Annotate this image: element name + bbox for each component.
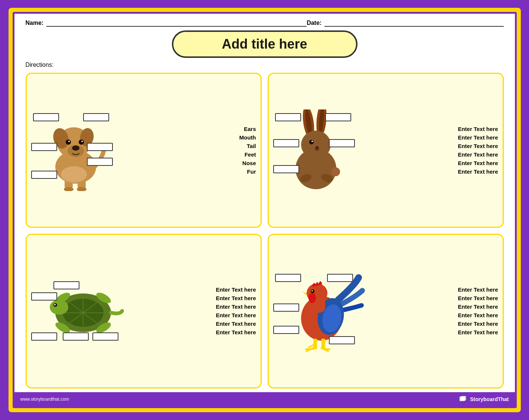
rooster-card: Enter Text here Enter Text here Enter Te… [268,234,504,389]
name-section: Name: [26,19,307,27]
rabbit-label-row-4: Enter Text here [381,151,498,158]
svg-point-20 [301,131,331,159]
rabbit-label-3[interactable] [273,139,299,147]
turtle-label-3[interactable] [31,332,57,341]
rabbit-part-1: Enter Text here [454,126,498,132]
rabbit-image-area [273,109,377,191]
turtle-label-row-4: Enter Text here [139,312,256,318]
rabbit-part-6: Enter Text here [454,168,498,175]
dog-label-row-1: Ears [139,126,256,132]
rabbit-part-5: Enter Text here [454,160,498,166]
rooster-label-1[interactable] [275,274,301,282]
turtle-part-2: Enter Text here [212,295,256,301]
svg-point-7 [79,140,84,145]
turtle-labels-area: Enter Text here Enter Text here Enter Te… [135,285,256,337]
svg-point-6 [66,140,71,145]
outer-border: Name: Date: Add title here Directions: [9,8,521,412]
dog-label-2[interactable] [83,113,109,121]
dog-part-4: Feet [212,151,256,158]
svg-point-26 [331,167,340,176]
rooster-label-row-2: Enter Text here [381,295,498,301]
rabbit-label-2[interactable] [325,113,351,121]
turtle-label-5[interactable] [92,332,118,341]
rabbit-label-row-6: Enter Text here [381,168,498,175]
turtle-label-row-3: Enter Text here [139,303,256,310]
turtle-card: Enter Text here Enter Text here Enter Te… [26,234,262,389]
rooster-part-3: Enter Text here [454,303,498,310]
svg-rect-52 [460,396,466,401]
turtle-label-1[interactable] [53,281,79,289]
rooster-label-2[interactable] [327,274,353,282]
dog-label-row-3: Tail [139,143,256,149]
rabbit-label-row-5: Enter Text here [381,160,498,166]
rabbit-label-5[interactable] [273,165,299,173]
turtle-label-row-5: Enter Text here [139,321,256,327]
svg-point-5 [72,145,79,151]
date-label: Date: [307,20,321,26]
turtle-label-row-2: Enter Text here [139,295,256,301]
rooster-part-6: Enter Text here [454,329,498,335]
rooster-part-5: Enter Text here [454,321,498,327]
rabbit-label-row-3: Enter Text here [381,143,498,149]
dog-part-3: Tail [212,143,256,149]
turtle-label-2[interactable] [31,292,57,301]
dog-part-5: Nose [212,160,256,166]
dog-label-6[interactable] [31,171,57,179]
rabbit-label-4[interactable] [329,139,355,147]
dog-image-area [31,109,135,191]
main-content: Name: Date: Add title here Directions: [14,14,515,392]
name-input[interactable] [46,19,307,27]
date-input[interactable] [324,19,503,27]
svg-point-14 [61,166,87,183]
svg-point-21 [309,140,314,144]
svg-point-23 [315,146,319,149]
turtle-label-4[interactable] [63,332,89,341]
footer-website: www.storyboardthat.com [20,397,69,402]
header-row: Name: Date: [26,19,504,27]
rooster-image-area [273,270,377,352]
rabbit-label-row-2: Enter Text here [381,134,498,141]
svg-point-8 [68,141,70,142]
title-box[interactable]: Add title here [172,30,357,58]
dog-part-2: Mouth [212,134,256,141]
rabbit-label-1[interactable] [275,113,301,121]
footer-logo: StoryboardThat [460,396,509,403]
turtle-part-5: Enter Text here [212,321,256,327]
svg-point-47 [311,290,313,292]
dog-label-3[interactable] [87,143,113,151]
dog-part-6: Fur [212,168,256,175]
dog-label-5[interactable] [31,143,57,151]
dog-label-row-4: Feet [139,151,256,158]
rabbit-labels-area: Enter Text here Enter Text here Enter Te… [377,125,498,176]
rooster-label-row-5: Enter Text here [381,321,498,327]
rabbit-svg [273,109,362,191]
dog-label-1[interactable] [33,113,59,121]
rooster-label-3[interactable] [273,303,299,312]
rooster-label-row-3: Enter Text here [381,303,498,310]
rooster-part-1: Enter Text here [454,286,498,293]
dog-label-row-6: Fur [139,168,256,175]
turtle-part-3: Enter Text here [212,303,256,310]
svg-point-45 [308,293,316,303]
svg-point-35 [54,304,56,305]
dog-card: Ears Mouth Tail Feet Nose [26,73,262,228]
dog-label-4[interactable] [87,158,113,166]
rooster-labels-area: Enter Text here Enter Text here Enter Te… [377,285,498,337]
footer-bar: www.storyboardthat.com StoryboardThat [14,392,515,406]
dog-part-1: Ears [212,126,256,132]
footer-brand: StoryboardThat [470,396,509,402]
dog-labels-area: Ears Mouth Tail Feet Nose [135,125,256,176]
dog-label-row-2: Mouth [139,134,256,141]
turtle-part-1: Enter Text here [212,286,256,293]
rabbit-part-3: Enter Text here [454,143,498,149]
name-label: Name: [26,20,44,26]
date-section: Date: [307,19,503,27]
turtle-image-area [31,270,135,352]
svg-point-9 [81,141,83,142]
rooster-label-5[interactable] [329,336,355,344]
rooster-label-4[interactable] [273,326,299,334]
title-container: Add title here [26,30,504,58]
inner-border: Name: Date: Add title here Directions: [13,12,517,408]
turtle-part-4: Enter Text here [212,312,256,318]
turtle-label-row-6: Enter Text here [139,329,256,335]
